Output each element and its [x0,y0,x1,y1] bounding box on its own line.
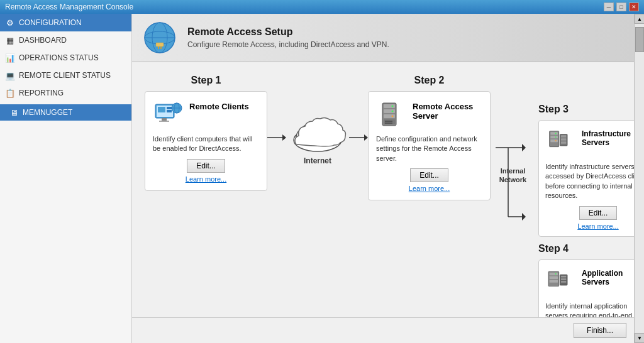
step3-title: Step 3 [538,104,634,115]
svg-rect-9 [158,107,165,112]
svg-point-36 [392,111,394,112]
svg-rect-65 [561,278,566,280]
sidebar-sub-item-memnugget[interactable]: 🖥 MEMNUGGET [0,104,131,121]
svg-point-51 [555,133,557,134]
step2-title: Step 2 [414,75,444,86]
sidebar-item-configuration[interactable]: ⚙ CONFIGURATION [0,14,131,31]
sidebar-item-dashboard[interactable]: ▦ DASHBOARD [0,31,131,49]
svg-rect-61 [550,280,558,282]
step4-icon [545,266,575,297]
scrollbar-down-button[interactable]: ▼ [635,333,644,343]
arrow-left-icon [267,131,286,144]
scrollbar-track [635,24,644,333]
header-text-block: Remote Access Setup Configure Remote Acc… [187,26,389,49]
internet-label: Internet [304,156,331,165]
minimize-button[interactable]: ─ [604,3,614,11]
svg-marker-46 [522,213,526,220]
step3-box: Infrastructure Servers Identify infrastr… [538,120,634,237]
svg-rect-39 [385,121,392,122]
sidebar-item-remote-client-status[interactable]: 💻 REMOTE CLIENT STATUS [0,67,131,84]
sidebar-item-reporting-label: REPORTING [19,89,64,97]
step2-box: Remote Access Server Define configuratio… [368,91,491,200]
reporting-icon: 📋 [5,88,15,98]
step4-title: Step 4 [538,243,634,254]
step1-column: Step 1 [145,75,267,191]
steps-container: Step 1 [145,75,621,317]
svg-rect-48 [550,132,558,134]
step1-title: Step 1 [191,75,221,86]
header-banner: Remote Access Setup Configure Remote Acc… [132,14,634,62]
svg-rect-55 [561,135,566,137]
step2-icon-row: Remote Access Server [376,99,482,129]
step3-edit-button[interactable]: Edit... [579,206,618,220]
step1-learn-more[interactable]: Learn more... [153,175,259,183]
svg-point-53 [555,140,557,141]
dashboard-icon: ▦ [5,35,15,45]
svg-rect-10 [167,107,172,109]
svg-point-37 [392,116,394,117]
svg-rect-11 [167,110,172,112]
svg-rect-60 [550,276,558,278]
svg-rect-4 [156,43,164,46]
title-bar: Remote Access Management Console ─ □ ✕ [0,0,644,14]
content-area: Step 1 [132,62,634,317]
svg-rect-6 [160,46,162,49]
title-bar-title: Remote Access Management Console [5,3,133,11]
step3-icon [545,127,575,157]
svg-rect-50 [550,139,558,142]
step1-box: Remote Clients Identify client computers… [145,91,267,191]
step3-name: Infrastructure Servers [582,127,634,147]
remote-client-icon: 💻 [5,70,15,80]
header-subtitle: Configure Remote Access, including Direc… [187,40,389,49]
svg-rect-12 [162,118,167,121]
step2-edit-button[interactable]: Edit... [410,168,448,182]
svg-point-52 [555,136,557,138]
maximize-button[interactable]: □ [616,3,626,11]
close-button[interactable]: ✕ [629,3,639,11]
step2-learn-more[interactable]: Learn more... [376,185,482,192]
step1-edit-button[interactable]: Edit... [187,159,225,173]
svg-rect-64 [561,276,566,278]
sidebar-item-reporting[interactable]: 📋 REPORTING [0,84,131,102]
svg-marker-45 [522,144,526,151]
scrollbar-thumb[interactable] [635,27,644,52]
svg-rect-56 [561,138,566,140]
step2-description: Define configuration and network setting… [376,134,482,163]
bottom-bar: Finish... [132,317,634,343]
sidebar-item-remote-client-label: REMOTE CLIENT STATUS [19,71,111,80]
title-bar-buttons: ─ □ ✕ [604,3,639,11]
sidebar-item-dashboard-label: DASHBOARD [19,36,67,45]
sidebar-item-operations-status[interactable]: 📊 OPERATIONS STATUS [0,49,131,67]
internet-cloud: Internet [286,110,349,165]
operations-status-icon: 📊 [5,53,15,63]
sidebar-sub-item-label: MEMNUGGET [23,108,72,117]
arrow-internet-area: Internet [267,110,368,165]
finish-button[interactable]: Finish... [574,323,626,338]
svg-rect-59 [550,273,558,275]
sidebar-item-operations-label: OPERATIONS STATUS [19,53,99,62]
sidebar: ⚙ CONFIGURATION ▦ DASHBOARD 📊 OPERATIONS… [0,14,132,343]
memnugget-icon: 🖥 [9,107,19,117]
step4-box: Application Servers Identify internal ap… [538,259,634,317]
step2-icon [376,99,406,129]
sidebar-item-configuration-label: CONFIGURATION [19,18,82,27]
step1-icon [153,99,183,129]
arrow-right-icon [349,131,368,144]
main-and-scroll: Remote Access Setup Configure Remote Acc… [132,14,644,343]
svg-rect-13 [159,121,169,122]
step1-description: Identify client computers that will be e… [153,134,259,154]
step2-name: Remote Access Server [413,99,482,121]
step4-name: Application Servers [582,266,634,286]
step1-name: Remote Clients [189,99,249,111]
internal-network-area: Internal Network Step 3 [491,110,634,317]
internal-network-label: Internal Network [497,166,529,185]
step3-learn-more[interactable]: Learn more... [545,222,634,230]
right-steps-column: Step 3 [538,104,634,317]
step4-column: Step 4 [538,243,634,317]
scrollbar: ▲ ▼ [634,14,644,343]
svg-rect-40 [385,122,392,124]
svg-rect-57 [561,141,566,143]
header-title: Remote Access Setup [187,26,389,38]
scrollbar-up-button[interactable]: ▲ [635,14,644,24]
step4-icon-row: Application Servers [545,266,634,297]
